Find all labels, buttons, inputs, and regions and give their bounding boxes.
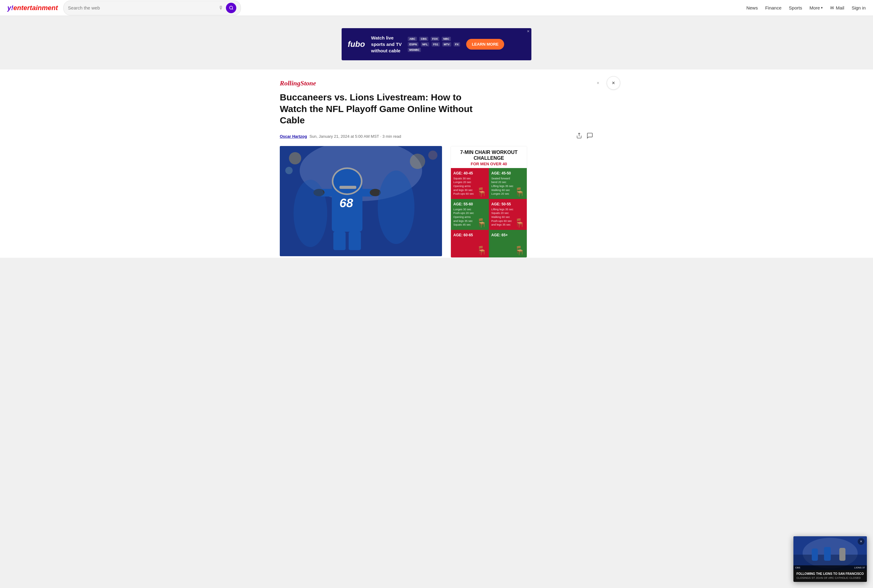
article-body: 68 — [280, 146, 593, 258]
network-mtv: MTV — [442, 42, 451, 46]
svg-point-21 — [285, 167, 292, 174]
workout-figure-65: 🪑 — [514, 246, 525, 256]
share-icon[interactable] — [576, 132, 582, 140]
main-nav: News Finance Sports More ✉ Mail Sign in — [746, 5, 866, 11]
network-msnbc: MSNBC — [408, 48, 421, 52]
video-scoreboard: CBS LIONS 37 — [794, 566, 867, 570]
nav-news[interactable]: News — [746, 5, 758, 10]
workout-cell-55-60[interactable]: AGE: 55-60 Lunges 30 secPush-ups 20 secO… — [451, 199, 489, 230]
workout-cell-45-50[interactable]: AGE: 45-50 Seated forwardbend 20 secLift… — [489, 168, 527, 199]
site-logo[interactable]: y!entertainment — [8, 4, 58, 12]
article-image: 68 — [280, 146, 442, 256]
main-content: × RollingStone Buccaneers vs. Lions Live… — [0, 69, 873, 258]
svg-rect-26 — [824, 547, 831, 561]
network-fox: FOX — [430, 37, 440, 41]
workout-ad-header: ✕ 7-MIN CHAIR WORKOUT CHALLENGE FOR MEN … — [451, 146, 527, 168]
svg-point-18 — [289, 152, 301, 164]
svg-rect-14 — [333, 232, 346, 250]
ad-network-logos: ABC CBS FOX NBC ESPN NFL FS1 MTV FX MSNB… — [408, 37, 460, 52]
mail-label: Mail — [836, 5, 844, 10]
article-date: Sun, January 21, 2024 at 5:00 AM MST · 3… — [309, 134, 401, 139]
article-meta: Oscar Hartzog Sun, January 21, 2024 at 5… — [280, 132, 593, 141]
video-preview-popup: × CBS LIONS 37 FOLLOWING THE LIONS TO SA… — [794, 536, 867, 582]
workout-subtitle: FOR MEN OVER 40 — [455, 162, 522, 166]
age-label-60: AGE: 60-65 — [453, 233, 486, 237]
age-label-40: AGE: 40-45 — [453, 171, 486, 176]
workout-figure-60: 🪑 — [476, 246, 487, 256]
workout-cell-60-65[interactable]: AGE: 60-65 🪑 — [451, 230, 489, 257]
ad-close-button[interactable]: ✕ — [527, 29, 530, 33]
svg-point-7 — [333, 169, 361, 194]
learn-more-button[interactable]: LEARN MORE — [466, 39, 504, 50]
fubo-logo: fubo — [348, 39, 365, 49]
video-caption-title: FOLLOWING THE LIONS TO SAN FRANCISCO — [796, 572, 864, 576]
ad-section: ✕ fubo Watch livesports and TVwithout ca… — [0, 16, 873, 69]
search-input[interactable] — [68, 5, 219, 10]
video-score: LIONS 37 — [854, 566, 865, 569]
nav-finance[interactable]: Finance — [765, 5, 782, 10]
age-label-45: AGE: 45-50 — [491, 171, 524, 176]
video-preview-frame — [794, 536, 867, 570]
svg-rect-15 — [349, 232, 361, 250]
network-abc: ABC — [408, 37, 417, 41]
author-name[interactable]: Oscar Hartzog — [280, 134, 307, 139]
network-fs1: FS1 — [432, 42, 440, 46]
workout-ad: ✕ 7-MIN CHAIR WORKOUT CHALLENGE FOR MEN … — [451, 146, 527, 258]
workout-cell-50-55[interactable]: AGE: 50-55 Lifting legs 35 secSquats 20 … — [489, 199, 527, 230]
nav-more[interactable]: More — [809, 5, 822, 10]
workout-cell-65-plus[interactable]: AGE: 65+ 🪑 — [489, 230, 527, 257]
video-caption-subtitle: CLOSINGS ST JOAN OF ARC CATHOLIC CLOSED — [796, 576, 864, 580]
mail-icon: ✉ — [830, 5, 834, 11]
header: y!entertainment 🎙 News Finance Sports Mo… — [0, 0, 873, 16]
article-image-section: 68 — [280, 146, 442, 256]
article-ad-section: ✕ 7-MIN CHAIR WORKOUT CHALLENGE FOR MEN … — [451, 146, 527, 258]
network-nfl: NFL — [421, 42, 429, 46]
svg-point-16 — [378, 171, 414, 244]
mail-link[interactable]: ✉ Mail — [830, 5, 844, 11]
article-image-svg: 68 — [280, 146, 442, 256]
svg-rect-8 — [339, 186, 356, 189]
age-label-55: AGE: 55-60 — [453, 202, 486, 206]
ad-banner: ✕ fubo Watch livesports and TVwithout ca… — [342, 28, 531, 60]
svg-line-1 — [232, 9, 233, 9]
search-bar: 🎙 — [63, 1, 241, 15]
comment-icon[interactable] — [586, 132, 593, 141]
network-nbc: NBC — [442, 37, 451, 41]
svg-text:68: 68 — [339, 196, 353, 210]
workout-figure-45: 🪑 — [514, 187, 525, 197]
age-label-50: AGE: 50-55 — [491, 202, 524, 206]
microphone-icon[interactable]: 🎙 — [219, 5, 224, 11]
article-close-button[interactable]: × — [607, 76, 620, 90]
article-container: × RollingStone Buccaneers vs. Lions Live… — [271, 79, 602, 258]
svg-point-19 — [410, 154, 425, 169]
video-channel: CBS — [795, 566, 800, 569]
ad-tagline: Watch livesports and TVwithout cable — [371, 34, 402, 54]
workout-figure-55: 🪑 — [476, 218, 487, 228]
network-cbs: CBS — [419, 37, 428, 41]
meta-actions — [576, 132, 593, 141]
workout-grid: AGE: 40-45 Squats 30 secLunges 20 secOpe… — [451, 168, 527, 257]
svg-rect-25 — [812, 549, 818, 561]
workout-title: 7-MIN CHAIR WORKOUT CHALLENGE — [455, 149, 522, 161]
rolling-stone-logo[interactable]: RollingStone — [280, 79, 593, 87]
svg-point-0 — [229, 6, 232, 9]
workout-figure-50: 🪑 — [514, 218, 525, 228]
svg-point-20 — [428, 151, 437, 160]
article-title: Buccaneers vs. Lions Livestream: How to … — [280, 92, 488, 126]
workout-figure-40: 🪑 — [476, 187, 487, 197]
video-caption: FOLLOWING THE LIONS TO SAN FRANCISCO CLO… — [794, 570, 867, 582]
workout-cell-40-45[interactable]: AGE: 40-45 Squats 30 secLunges 20 secOpe… — [451, 168, 489, 199]
svg-rect-27 — [839, 548, 846, 561]
network-fx: FX — [454, 42, 460, 46]
sign-in-button[interactable]: Sign in — [852, 5, 866, 10]
svg-point-17 — [294, 180, 327, 247]
search-button[interactable] — [226, 3, 236, 13]
network-espn: ESPN — [408, 42, 418, 46]
video-preview-image: × CBS LIONS 37 — [794, 536, 867, 570]
age-label-65: AGE: 65+ — [491, 233, 524, 237]
nav-sports[interactable]: Sports — [789, 5, 802, 10]
